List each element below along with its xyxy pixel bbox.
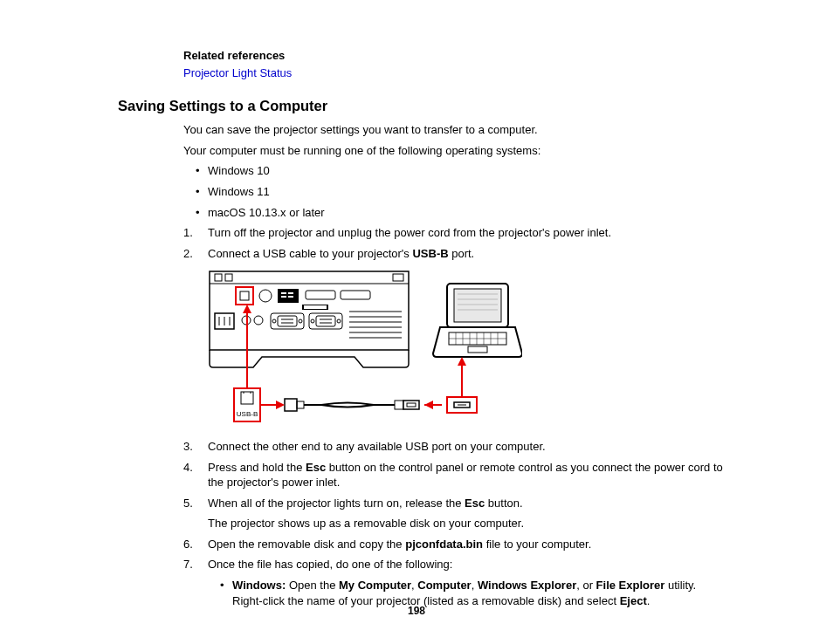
step-text: Connect the other end to any available U…: [208, 440, 546, 453]
sub-sep2: ,: [472, 579, 478, 592]
step-text-pre: Open the removable disk and copy the: [208, 538, 405, 551]
laptop-icon: [433, 284, 522, 357]
svg-marker-69: [276, 401, 285, 409]
svg-rect-10: [281, 296, 286, 298]
os-item: Windows 10: [196, 163, 729, 179]
step-4: Press and hold the Esc button on the con…: [183, 460, 729, 490]
step-text-post: button.: [485, 497, 522, 510]
step-text-bold: pjconfdata.bin: [405, 538, 483, 551]
sub-label: Windows:: [232, 579, 286, 592]
sub-sep3: , or: [576, 579, 595, 592]
step-2: Connect a USB cable to your projector's …: [183, 246, 729, 428]
svg-rect-66: [403, 401, 419, 409]
svg-rect-62: [297, 401, 304, 408]
svg-rect-11: [288, 292, 293, 294]
step-text-bold: Esc: [306, 461, 326, 474]
step-text-post: file to your computer.: [483, 538, 591, 551]
svg-marker-71: [424, 401, 433, 409]
svg-rect-61: [285, 399, 297, 411]
usb-a-callout: [447, 357, 477, 413]
related-references-heading: Related references: [183, 48, 729, 64]
step-text-pre: Press and hold the: [208, 461, 306, 474]
svg-rect-65: [395, 401, 403, 409]
related-link-projector-light-status[interactable]: Projector Light Status: [183, 65, 729, 81]
intro-paragraph-2: Your computer must be running one of the…: [183, 143, 729, 159]
step-text: Once the file has copied, do one of the …: [208, 558, 452, 571]
sub-pre: Open the: [286, 579, 339, 592]
svg-marker-76: [458, 357, 466, 366]
step-5-continuation: The projector shows up as a removable di…: [208, 516, 729, 531]
section-body: You can save the projector settings you …: [183, 122, 729, 608]
sub-b4: File Explorer: [596, 579, 665, 592]
usb-b-label: USB-B: [237, 410, 258, 418]
step-1: Turn off the projector and unplug the po…: [183, 225, 729, 241]
step-text-pre: When all of the projector lights turn on…: [208, 497, 465, 510]
sub-b2: Computer: [417, 579, 471, 592]
os-item: Windows 11: [196, 184, 729, 200]
usb-cable: [260, 399, 442, 411]
step-3: Connect the other end to any available U…: [183, 439, 729, 455]
step-text-bold: Esc: [465, 497, 485, 510]
os-list: Windows 10 Windows 11 macOS 10.13.x or l…: [183, 163, 729, 220]
sub-b1: My Computer: [339, 579, 411, 592]
svg-rect-9: [281, 292, 286, 294]
page-number: 198: [0, 604, 833, 618]
connection-figure: USB-B: [208, 270, 522, 427]
intro-paragraph-1: You can save the projector settings you …: [183, 122, 729, 138]
step-text-bold: USB-B: [412, 247, 448, 260]
content-block: Related references Projector Light Statu…: [118, 48, 729, 613]
step-7: Once the file has copied, do one of the …: [183, 557, 729, 608]
step-5: When all of the projector lights turn on…: [183, 496, 729, 531]
page: Related references Projector Light Statu…: [0, 0, 833, 644]
step-6: Open the removable disk and copy the pjc…: [183, 537, 729, 552]
svg-rect-12: [288, 296, 293, 298]
svg-rect-40: [304, 305, 327, 309]
sub-b3: Windows Explorer: [478, 579, 576, 592]
step-text-post: port.: [449, 247, 475, 260]
steps-list: Turn off the projector and unplug the po…: [183, 225, 729, 608]
step-text-pre: Connect a USB cable to your projector's: [208, 247, 412, 260]
os-item: macOS 10.13.x or later: [196, 205, 729, 221]
step-text: Turn off the projector and unplug the po…: [208, 226, 611, 239]
section-heading: Saving Settings to a Computer: [118, 96, 729, 115]
